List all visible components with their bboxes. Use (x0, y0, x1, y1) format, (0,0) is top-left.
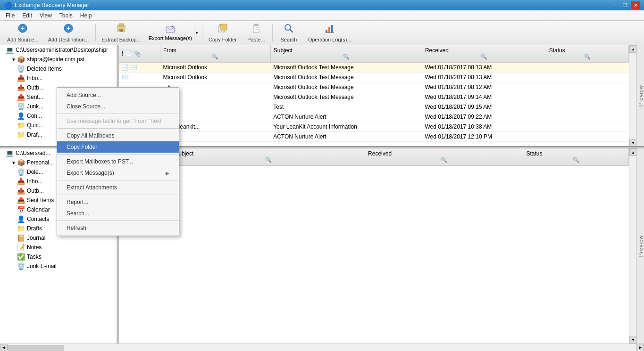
menu-edit[interactable]: Edit (18, 11, 36, 20)
table-row[interactable]: ...com ACTON Nurture Alert Wed 01/18/201… (119, 112, 629, 122)
tree-junk2-item[interactable]: 🗑️ Junk E-mail (0, 261, 117, 271)
ctx-export-mailboxes-label: Export Mailboxes to PST... (67, 158, 133, 165)
row-flag1: 📄 (122, 64, 129, 71)
extract-backup-icon: 📦 (116, 23, 126, 36)
ctx-report[interactable]: Report... (57, 196, 179, 208)
extract-backup-button[interactable]: 📦 Extract Backup... (98, 23, 145, 43)
export-messages-arrow[interactable]: ▾ (194, 23, 200, 43)
add-destination-button[interactable]: + Add Destination... (44, 23, 93, 43)
table-row[interactable]: ...k Microsoft Outlook Test Message Wed … (119, 92, 629, 102)
minimize-button[interactable]: — (610, 1, 619, 9)
menu-help[interactable]: Help (76, 11, 96, 20)
svg-text:+: + (67, 24, 70, 32)
hscroll-right-button[interactable]: ▶ (636, 344, 644, 351)
from-search-icon[interactable]: 🔍 (163, 54, 268, 60)
subject-search-icon[interactable]: 🔍 (274, 54, 419, 60)
ctx-extract-attachments[interactable]: Extract Attachments (57, 182, 179, 193)
svg-marker-10 (170, 25, 174, 27)
computer-icon: 💻 (6, 46, 14, 54)
scroll-track-bottom (629, 156, 636, 336)
add-source-button[interactable]: + Add Source... (3, 23, 43, 43)
operation-logs-button[interactable]: Operation Log(s)... (304, 23, 356, 43)
tree-pst-item[interactable]: ▼ 📦 shipra@lepide.com.pst (0, 55, 117, 64)
paste-button[interactable]: Paste... (242, 23, 270, 43)
table-row[interactable]: ...com ACTON Nurture Alert Wed 01/18/201… (119, 132, 629, 142)
tree-sent-label: Sent... (27, 94, 43, 100)
bottom-status-search-icon[interactable]: 🔍 (526, 157, 626, 163)
search-button[interactable]: Search (275, 23, 303, 43)
col-header-status: Status 🔍 (546, 45, 628, 62)
table-row[interactable]: 📄✉️ Microsoft Outlook Microsoft Outlook … (119, 62, 629, 73)
copy-folder-button[interactable]: Copy Folder (204, 23, 241, 43)
row-flag2: ✉️ (122, 74, 129, 81)
bottom-content-panel: Subject 🔍 Received 🔍 Status 🔍 (119, 148, 629, 343)
toolbar-separator-1 (95, 24, 96, 41)
preview-panel-top[interactable]: Preview (636, 45, 644, 147)
scroll-up-button[interactable]: ▲ (629, 45, 637, 53)
table-row[interactable]: Test Wed 01/18/2017 09:15 AM (119, 102, 629, 112)
search-icon (284, 23, 294, 36)
svg-rect-21 (331, 25, 333, 33)
row-subject: ACTON Nurture Alert (270, 132, 422, 142)
ctx-close-source-label: Close Source... (67, 103, 105, 110)
row-received: Wed 01/18/2017 09:15 AM (422, 102, 546, 112)
ctx-refresh[interactable]: Refresh (57, 222, 179, 234)
add-source-icon: + (17, 23, 28, 36)
ctx-close-source[interactable]: Close Source... (57, 101, 179, 112)
restore-button[interactable]: ❐ (620, 1, 630, 9)
hscroll-left-button[interactable]: ◀ (0, 344, 8, 351)
table-row[interactable]: ...k Microsoft Outlook Test Message Wed … (119, 82, 629, 92)
ctx-use-message-table: Use message table to get "From" field (57, 115, 179, 127)
search-label: Search (280, 37, 297, 42)
top-scrollbar: ▲ ▼ (629, 45, 636, 147)
ctx-sep2 (57, 128, 179, 129)
tree-deleted2-label: Dele... (27, 169, 43, 175)
scroll-down-button[interactable]: ▼ (629, 139, 637, 147)
junk2-icon: 🗑️ (17, 262, 25, 270)
ctx-sep5 (57, 195, 179, 195)
ctx-report-label: Report... (67, 199, 88, 205)
tree-store2-label: Personal... (27, 159, 54, 166)
preview-panel-bottom[interactable]: Preview (636, 148, 644, 343)
tree-root-item[interactable]: 💻 C:\Users\administrator\Desktop\shipr (0, 45, 117, 55)
tree-inbox-item[interactable]: 📥 Inbo... (0, 73, 117, 83)
ctx-add-source[interactable]: Add Source... (57, 90, 179, 101)
junk-icon: 🗑️ (17, 103, 25, 110)
tree-calendar2-label: Calendar (27, 206, 50, 213)
row-flags: 📄✉️ (119, 62, 160, 73)
menu-file[interactable]: File (2, 11, 18, 20)
tree-deleted-item[interactable]: 🗑️ Deleted Items (0, 64, 117, 73)
row-received: Wed 01/18/2017 08:12 AM (422, 82, 546, 92)
export-messages-button[interactable]: Export Message(s) (147, 23, 194, 43)
menu-tools[interactable]: Tools (56, 11, 76, 20)
scroll-track-top (629, 53, 636, 139)
quick-icon: 📁 (17, 122, 25, 129)
row-received: Wed 01/18/2017 09:14 AM (422, 92, 546, 102)
tree-tasks2-label: Tasks (27, 253, 42, 260)
drafts-icon: 📁 (17, 131, 25, 139)
row-subject: Microsoft Outlook Test Message (270, 82, 422, 92)
bottom-scroll-down-button[interactable]: ▼ (629, 336, 637, 343)
ctx-search[interactable]: Search... (57, 208, 179, 219)
received-search-icon[interactable]: 🔍 (425, 54, 543, 60)
tree-inbox2-label: Inbo... (27, 178, 42, 185)
status-search-icon[interactable]: 🔍 (549, 54, 626, 60)
bottom-subject-search-icon[interactable]: 🔍 (175, 157, 362, 163)
bottom-scroll-up-button[interactable]: ▲ (629, 148, 637, 156)
tree-tasks2-item[interactable]: ✅ Tasks (0, 252, 117, 261)
app-icon: 🔵 Exchange Recovery Manager (4, 1, 89, 9)
tree-root-label: C:\Users\administrator\Desktop\shipr (16, 47, 108, 53)
close-button[interactable]: ✕ (631, 1, 640, 9)
ctx-export-mailboxes[interactable]: Export Mailboxes to PST... (57, 156, 179, 167)
tree-notes2-item[interactable]: 📝 Notes (0, 243, 117, 252)
flag-col-icon2: 📄 (125, 50, 132, 57)
tree-inbox-label: Inbo... (27, 75, 42, 82)
ctx-copy-folder[interactable]: Copy Folder (57, 141, 179, 153)
table-row[interactable]: reply=leankit... Your LeanKit Account In… (119, 122, 629, 132)
ctx-copy-all-mailboxes[interactable]: Copy All Mailboxes (57, 130, 179, 141)
ctx-export-messages[interactable]: Export Message(s) ▶ (57, 167, 179, 179)
table-row[interactable]: ✉️ Microsoft Outlook Microsoft Outlook T… (119, 73, 629, 82)
menu-view[interactable]: View (36, 11, 56, 20)
bottom-received-search-icon[interactable]: 🔍 (368, 157, 520, 163)
hscroll-thumb[interactable] (8, 345, 64, 351)
